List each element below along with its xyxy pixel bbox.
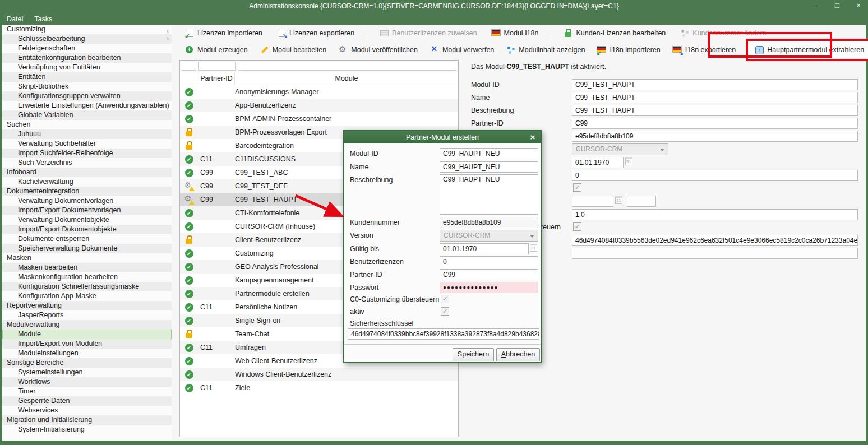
dialog-kundennummer-input[interactable]: e95def8db8a8b109 — [440, 217, 538, 228]
dialog-beschreibung-textarea[interactable]: C99_HAUPT_NEU — [440, 174, 538, 215]
sidebar-item-juhuuu[interactable]: Juhuuu — [2, 129, 172, 139]
calendar-icon[interactable] — [625, 157, 632, 165]
table-row-bpm-admin-prozesscontainer[interactable]: BPM-ADMIN-Prozesscontainer — [180, 112, 458, 126]
dialog-gueltig-bis-input[interactable]: 01.01.1970 — [440, 243, 529, 254]
sidebar-item-webservices[interactable]: Webservices — [2, 406, 172, 415]
dialog-benutzerlizenzen-input[interactable]: 0 — [440, 256, 538, 267]
detail-empty-small-field[interactable] — [627, 196, 656, 207]
sidebar-item-suchen[interactable]: Suchen — [2, 120, 172, 129]
minimize-button[interactable]: – — [812, 1, 820, 10]
partner-id-column-header[interactable]: Partner-ID — [198, 72, 235, 85]
sidebar-item-verkn-pfung-von-entit-ten[interactable]: Verknüpfung von Entitäten — [2, 63, 172, 72]
toolbar-button-kunden-lizenzen-bearbeiten[interactable]: Kunden-Lizenzen bearbeiten — [561, 27, 668, 39]
toolbar-button-modul-erzeugen[interactable]: Modul erzeugen — [183, 44, 250, 55]
toolbar-button-i18n-importieren[interactable]: I18n importieren — [595, 44, 662, 55]
sidebar-item-infoboard[interactable]: Infoboard — [2, 168, 172, 177]
sidebar-item-import-export-dokumentvorlagen[interactable]: Import/Export Dokumentvorlagen — [2, 206, 172, 215]
sidebar-item-timer[interactable]: Timer — [2, 387, 172, 396]
table-row-anonymisierungs-manager[interactable]: Anonymisierungs-Manager — [180, 85, 458, 99]
detail-checkbox-1[interactable] — [573, 183, 581, 192]
menu-item-tasks[interactable]: Tasks — [34, 15, 52, 23]
dialog-passwort-input[interactable]: ●●●●●●●●●●●●●● — [440, 282, 538, 293]
detail-sicherheitsschluessel-field[interactable]: 46d4974084f0339b5563de02ed941e962c6ea632… — [572, 235, 858, 246]
sidebar-item-kachelverwaltung[interactable]: Kachelverwaltung — [2, 177, 172, 187]
sidebar-item-import-export-dokumentobjekte[interactable]: Import/Export Dokumentobjekte — [2, 225, 172, 234]
filter-status-input[interactable] — [182, 62, 196, 71]
save-button[interactable]: Speichern — [453, 348, 494, 361]
filter-partner-id-input[interactable] — [198, 62, 236, 71]
sidebar-item-systemeinstellungen[interactable]: Systemeinstellungen — [2, 368, 172, 377]
detail-kundennummer-field[interactable]: e95def8db8a8b109 — [572, 131, 858, 142]
toolbar-button-lizenzen-importieren[interactable]: Lizenzen importieren — [183, 27, 265, 39]
detail-partner-id-field[interactable]: C99 — [572, 118, 858, 129]
dialog-close-icon[interactable]: × — [528, 131, 537, 143]
sidebar-item-entit-tenkonfiguration-bearbeiten[interactable]: Entitätenkonfiguration bearbeiten — [2, 53, 172, 63]
dialog-sicherheitsschluessel-input[interactable]: 46d4974084f0339bbc8ef39928f1338a392873f8… — [348, 328, 539, 340]
sidebar-item-konfiguration-app-maske[interactable]: Konfiguration App-Maske — [2, 291, 172, 301]
sidebar-item-masken[interactable]: Masken — [2, 253, 172, 263]
sidebar-item-masken-bearbeiten[interactable]: Masken bearbeiten — [2, 263, 172, 272]
menu-item-datei[interactable]: Datei — [7, 15, 23, 23]
detail-benutzerlizenzen-field[interactable]: 0 — [572, 170, 858, 181]
dialog-title-bar[interactable]: Partner-Modul erstellen — [344, 131, 541, 143]
cancel-button[interactable]: Abbrechen — [496, 348, 540, 361]
sidebar-item-modulverwaltung[interactable]: Modulverwaltung — [2, 320, 172, 330]
table-row-app-benutzerlizenz[interactable]: App-Benutzerlizenz — [180, 99, 458, 112]
detail-name-field[interactable]: C99_TEST_HAUPT — [572, 92, 858, 103]
sidebar-item-reportverwaltung[interactable]: Reportverwaltung — [2, 301, 172, 310]
sidebar-item-verwaltung-dokumentobjekte[interactable]: Verwaltung Dokumentobjekte — [2, 215, 172, 225]
sidebar-item-schl-sselbearbeitung[interactable]: Schlüsselbearbeitung — [2, 34, 172, 44]
sidebar-item-moduleinstellungen[interactable]: Moduleinstellungen — [2, 349, 172, 358]
sidebar-item-import-suchfelder-reihenfolge[interactable]: Import Suchfelder-Reihenfolge — [2, 149, 172, 158]
dialog-c0-checkbox[interactable] — [441, 295, 449, 303]
sidebar-item-erweiterte-einstellungen-anwendungsvariablen[interactable]: Erweiterte Einstellungen (Anwendungsvari… — [2, 101, 172, 110]
detail-c0-checkbox[interactable] — [573, 222, 581, 231]
sidebar-item-workflows[interactable]: Workflows — [2, 377, 172, 387]
module-column-header[interactable]: Module — [235, 72, 458, 85]
sidebar-item-skript-bibliothek[interactable]: Skript-Bibliothek — [2, 82, 172, 91]
detail-empty-date-field[interactable] — [572, 196, 613, 207]
sidebar-item-entit-ten[interactable]: Entitäten — [2, 72, 172, 82]
detail-version-select[interactable]: CURSOR-CRM — [572, 143, 668, 155]
detail-gueltig-bis-field[interactable]: 01.01.1970 — [572, 157, 624, 168]
detail-modul-id-field[interactable]: C99_TEST_HAUPT — [572, 79, 858, 90]
sidebar-item-customizing[interactable]: Customizing — [2, 25, 172, 34]
sidebar-item-gesperrte-daten[interactable]: Gesperrte Daten — [2, 396, 172, 406]
sidebar-item-sonstige-bereiche[interactable]: Sonstige Bereiche — [2, 358, 172, 368]
sidebar-item-system-initialisierung[interactable]: System-Initialisierung — [2, 425, 172, 434]
table-row-ziele[interactable]: C11Ziele — [180, 381, 458, 395]
sidebar-item-globale-variablen[interactable]: Globale Variablen — [2, 110, 172, 120]
sidebar-item-speicherverwaltung-dokumente[interactable]: Speicherverwaltung Dokumente — [2, 244, 172, 253]
toolbar-button-lizenzen-exportieren[interactable]: Lizenzen exportieren — [275, 27, 357, 39]
toolbar-button-modul-verwerfen[interactable]: Modul verwerfen — [428, 44, 496, 55]
sidebar-collapse-chevrons[interactable]: ‹› — [165, 27, 170, 43]
sidebar-item-maskenkonfiguration-bearbeiten[interactable]: Maskenkonfiguration bearbeiten — [2, 272, 172, 282]
dialog-partner-id-input[interactable]: C99 — [440, 269, 538, 280]
sidebar-item-module[interactable]: Module — [2, 330, 172, 339]
sidebar-item-verwaltung-suchbeh-lter[interactable]: Verwaltung Suchbehälter — [2, 139, 172, 149]
sidebar-item-such-verzeichnis[interactable]: Such-Verzeichnis — [2, 158, 172, 168]
detail-empty-field[interactable] — [572, 248, 858, 259]
sidebar-item-migration-und-initialisierung[interactable]: Migration und Initialisierung — [2, 415, 172, 425]
sidebar-item-dokumentenintegration[interactable]: Dokumentenintegration — [2, 187, 172, 196]
table-row-windows-client-benutzerlizenz[interactable]: Windows Client-Benutzerlizenz — [180, 368, 458, 381]
dialog-version-select[interactable]: CURSOR-CRM — [440, 230, 538, 242]
sidebar-item-import-export-von-modulen[interactable]: Import/Export von Modulen — [2, 339, 172, 349]
sidebar-item-konfiguration-schnellerfassungsmaske[interactable]: Konfiguration Schnellerfassungsmaske — [2, 282, 172, 291]
toolbar-button-modul-ver-ffentlichen[interactable]: Modul veröffentlichen — [336, 44, 420, 55]
detail-modulversion-field[interactable]: 1.0 — [572, 209, 858, 220]
sidebar-item-konfigurationsgruppen-verwalten[interactable]: Konfigurationsgruppen verwalten — [2, 91, 172, 101]
dialog-aktiv-checkbox[interactable] — [441, 307, 449, 316]
toolbar-button-modul-i18n[interactable]: Modul I18n — [490, 27, 541, 39]
toolbar-button-modul-bearbeiten[interactable]: Modul bearbeiten — [258, 44, 329, 55]
detail-beschreibung-field[interactable]: C99_TEST_HAUPT — [572, 105, 858, 116]
sidebar-item-feldeigenschaften[interactable]: Feldeigenschaften — [2, 44, 172, 53]
sidebar-item-verwaltung-dokumentvorlagen[interactable]: Verwaltung Dokumentvorlagen — [2, 196, 172, 206]
dialog-modul-id-input[interactable]: C99_HAUPT_NEU — [440, 148, 538, 159]
filter-module-input[interactable] — [238, 62, 456, 71]
dialog-name-input[interactable]: C99_HAUPT_NEU — [440, 161, 538, 173]
sidebar-item-jasperreports[interactable]: JasperReports — [2, 310, 172, 320]
sidebar-item-dokumente-entsperren[interactable]: Dokumente entsperren — [2, 234, 172, 244]
maximize-button[interactable]: □ — [833, 1, 841, 10]
toolbar-button-modulinhalt-anzeigen[interactable]: Modulinhalt anzeigen — [504, 44, 587, 55]
